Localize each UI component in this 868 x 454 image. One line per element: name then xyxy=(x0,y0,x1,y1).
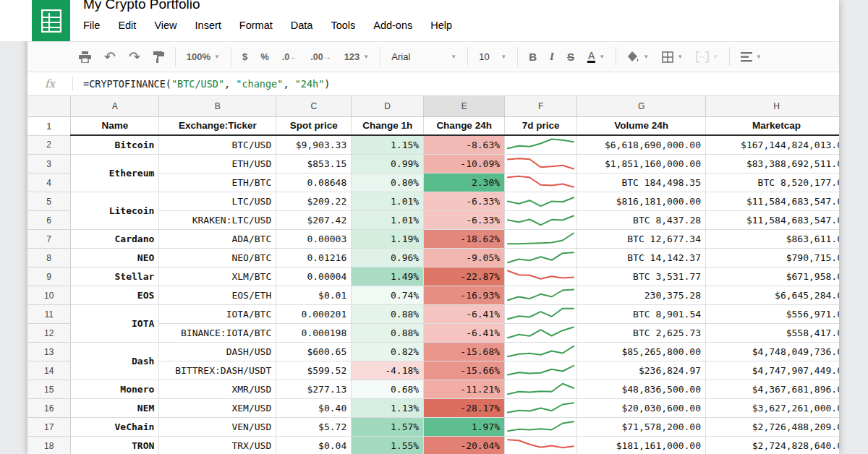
paint-format-button[interactable] xyxy=(147,48,171,67)
strikethrough-button[interactable]: S xyxy=(561,48,581,67)
volume-cell[interactable]: BTC 3,531.77 xyxy=(577,267,706,286)
header-cell-H[interactable]: Marketcap xyxy=(706,116,839,135)
name-cell[interactable]: EOS xyxy=(71,286,159,305)
change-24h-cell[interactable]: -15.68% xyxy=(424,343,505,361)
sparkline-cell[interactable] xyxy=(505,324,577,343)
ticker-cell[interactable]: ADA/BTC xyxy=(159,230,276,249)
marketcap-cell[interactable]: $2,726,488,209.0 xyxy=(706,418,839,437)
spot-price-cell[interactable]: $0.04 xyxy=(276,437,352,454)
marketcap-cell[interactable]: $167,144,824,013.0 xyxy=(706,135,839,155)
sparkline-cell[interactable] xyxy=(505,249,577,267)
ticker-cell[interactable]: TRX/USD xyxy=(159,437,276,454)
header-cell-F[interactable]: 7d price xyxy=(505,116,577,135)
marketcap-cell[interactable]: $83,388,692,511.0 xyxy=(706,155,839,174)
ticker-cell[interactable]: XEM/USD xyxy=(159,399,276,418)
spot-price-cell[interactable]: $0.40 xyxy=(276,399,352,418)
ticker-cell[interactable]: LTC/USD xyxy=(159,192,276,211)
redo-button[interactable]: ↷ xyxy=(122,48,147,67)
change-1h-cell[interactable]: 1.55% xyxy=(352,437,424,454)
sparkline-cell[interactable] xyxy=(505,343,577,361)
marketcap-cell[interactable]: BTC 8,520,177.0 xyxy=(706,174,839,192)
spot-price-cell[interactable]: 0.01216 xyxy=(276,249,352,267)
volume-cell[interactable]: $20,030,600.00 xyxy=(577,399,706,418)
change-1h-cell[interactable]: 1.19% xyxy=(352,230,424,249)
ticker-cell[interactable]: ETH/BTC xyxy=(159,174,276,192)
row-number[interactable]: 7 xyxy=(27,230,71,249)
name-cell[interactable]: Dash xyxy=(71,343,159,380)
horizontal-align-button[interactable]: ▼ xyxy=(734,48,768,67)
change-1h-cell[interactable]: 1.15% xyxy=(352,135,424,155)
row-number[interactable]: 11 xyxy=(27,305,71,324)
sparkline-cell[interactable] xyxy=(505,380,577,399)
spot-price-cell[interactable]: $9,903.33 xyxy=(276,135,352,155)
change-24h-cell[interactable]: -15.66% xyxy=(424,361,505,380)
change-24h-cell[interactable]: -6.41% xyxy=(424,324,505,343)
spot-price-cell[interactable]: $599.52 xyxy=(276,361,352,380)
format-percent-button[interactable]: % xyxy=(254,48,276,67)
column-header-E[interactable]: E xyxy=(424,96,505,116)
row-number[interactable]: 9 xyxy=(27,267,71,286)
change-1h-cell[interactable]: 1.01% xyxy=(352,211,424,230)
row-number[interactable]: 8 xyxy=(27,249,71,267)
row-number[interactable]: 18 xyxy=(27,437,71,454)
spot-price-cell[interactable]: 0.00003 xyxy=(276,230,352,249)
increase-decimal-button[interactable]: .00→ xyxy=(304,48,337,67)
sparkline-cell[interactable] xyxy=(505,230,577,249)
menu-edit[interactable]: Edit xyxy=(118,20,136,31)
name-cell[interactable]: Bitcoin xyxy=(71,135,159,155)
change-1h-cell[interactable]: 1.13% xyxy=(352,399,424,418)
decrease-decimal-button[interactable]: .0← xyxy=(276,48,304,67)
font-size-select[interactable]: 10▼ xyxy=(472,48,513,67)
row-number[interactable]: 10 xyxy=(27,286,71,305)
column-header-G[interactable]: G xyxy=(577,96,706,116)
spot-price-cell[interactable]: 0.000201 xyxy=(276,305,352,324)
sparkline-cell[interactable] xyxy=(505,267,577,286)
change-1h-cell[interactable]: 1.57% xyxy=(352,418,424,437)
volume-cell[interactable]: $181,161,000.00 xyxy=(577,437,706,454)
column-header-A[interactable]: A xyxy=(71,96,159,116)
sparkline-cell[interactable] xyxy=(505,399,577,418)
ticker-cell[interactable]: IOTA/BTC xyxy=(159,305,276,324)
change-1h-cell[interactable]: 0.74% xyxy=(352,286,424,305)
name-cell[interactable]: NEM xyxy=(71,399,159,418)
volume-cell[interactable]: $236,824.97 xyxy=(577,361,706,380)
marketcap-cell[interactable]: $4,748,049,736.0 xyxy=(706,343,839,361)
menu-format[interactable]: Format xyxy=(239,20,273,31)
volume-cell[interactable]: $1,851,160,000.00 xyxy=(577,155,706,174)
name-cell[interactable]: VeChain xyxy=(71,418,159,437)
change-1h-cell[interactable]: -4.18% xyxy=(352,361,424,380)
change-1h-cell[interactable]: 0.80% xyxy=(352,174,424,192)
header-cell-G[interactable]: Volume 24h xyxy=(577,116,706,135)
volume-cell[interactable]: BTC 8,437.28 xyxy=(577,211,706,230)
ticker-cell[interactable]: BTC/USD xyxy=(159,135,276,155)
font-select[interactable]: Arial▼ xyxy=(385,48,463,67)
change-1h-cell[interactable]: 0.82% xyxy=(352,343,424,361)
ticker-cell[interactable]: DASH/USD xyxy=(159,343,276,361)
row-number[interactable]: 13 xyxy=(27,343,71,361)
volume-cell[interactable]: $85,265,800.00 xyxy=(577,343,706,361)
column-header-H[interactable]: H xyxy=(706,96,839,116)
menu-addons[interactable]: Add-ons xyxy=(373,20,412,31)
marketcap-cell[interactable]: $790,715.0 xyxy=(706,249,839,267)
sparkline-cell[interactable] xyxy=(505,192,577,211)
select-all-corner[interactable] xyxy=(27,96,71,116)
row-number[interactable]: 3 xyxy=(27,155,71,174)
change-24h-cell[interactable]: -18.62% xyxy=(424,230,505,249)
menu-file[interactable]: File xyxy=(83,20,100,31)
text-color-button[interactable]: A▼ xyxy=(581,48,611,67)
marketcap-cell[interactable]: $4,367,681,896.0 xyxy=(706,380,839,399)
header-cell-E[interactable]: Change 24h xyxy=(424,116,505,135)
menu-tools[interactable]: Tools xyxy=(331,20,355,31)
marketcap-cell[interactable]: $671,958.0 xyxy=(706,267,839,286)
menu-view[interactable]: View xyxy=(154,20,176,31)
change-1h-cell[interactable]: 1.01% xyxy=(352,192,424,211)
volume-cell[interactable]: BTC 8,901.54 xyxy=(577,305,706,324)
row-number[interactable]: 16 xyxy=(27,399,71,418)
ticker-cell[interactable]: XMR/USD xyxy=(159,380,276,399)
marketcap-cell[interactable]: $4,747,907,449.0 xyxy=(706,361,839,380)
menu-data[interactable]: Data xyxy=(291,20,313,31)
change-24h-cell[interactable]: -8.63% xyxy=(424,135,505,155)
name-cell[interactable]: Cardano xyxy=(71,230,159,249)
sparkline-cell[interactable] xyxy=(505,305,577,324)
sparkline-cell[interactable] xyxy=(505,361,577,380)
